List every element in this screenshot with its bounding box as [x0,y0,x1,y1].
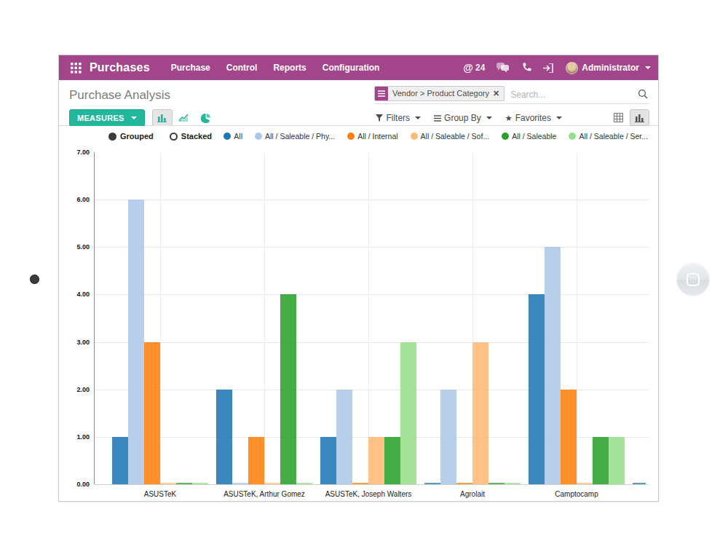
chart-legend: AllAll / Saleable / Phy...All / Internal… [223,132,648,141]
user-menu[interactable]: Administrator [566,62,651,74]
user-avatar [566,62,578,74]
legend-item[interactable]: All / Internal [347,132,397,141]
search-bar[interactable]: Vendor > Product Category ✕ [374,86,649,104]
nav-item-purchase[interactable]: Purchase [163,55,218,80]
app-brand-title[interactable]: Purchases [90,61,150,74]
chat-bubbles-icon[interactable] [496,63,510,73]
bar [296,483,312,484]
chevron-down-icon [556,117,562,119]
nav-item-control[interactable]: Control [218,55,266,80]
bar [128,200,144,484]
y-axis-tick: 7.00 [60,149,90,156]
v-gridline [264,152,265,484]
legend-label: All / Saleable / Phy... [265,132,335,141]
search-facet[interactable]: Vendor > Product Category ✕ [374,86,505,101]
view-switcher [609,109,649,126]
y-axis-tick: 6.00 [60,196,90,203]
bar [593,437,609,484]
group-by-menu[interactable]: Group By [434,113,492,123]
nav-item-configuration[interactable]: Configuration [314,55,388,80]
search-input[interactable] [505,87,649,101]
legend-item[interactable]: All / Saleable / Sof... [411,132,490,141]
filter-funnel-icon [376,114,383,122]
graph-view: Grouped Stacked AllAll / Saleable / Phy.… [59,126,658,501]
h-gridline [95,247,649,248]
x-axis-label: ASUSTeK, Joseph Walters [310,490,427,498]
main-navbar: Purchases PurchaseControlReportsConfigur… [59,55,658,80]
chevron-down-icon [415,117,421,119]
legend-label: All / Internal [357,132,397,141]
bar [232,483,248,484]
sign-in-icon[interactable] [543,63,554,73]
x-axis-label: Camptocamp [518,490,635,498]
legend-item[interactable]: All / Saleable / Ser... [569,132,648,141]
favorites-menu[interactable]: ★ Favorites [505,113,562,123]
bar [352,483,368,484]
bar [545,247,561,484]
bar [561,390,577,484]
home-button-square-icon [687,273,700,286]
star-icon: ★ [505,114,513,123]
legend-item[interactable]: All [223,132,242,141]
grid-icon [614,113,623,122]
measures-button[interactable]: MEASURES [69,109,145,127]
y-axis-tick: 0.00 [60,481,90,488]
camera-dot [30,275,39,284]
pivot-view-button[interactable] [609,109,628,126]
chevron-down-icon [131,117,137,119]
bar [384,437,400,484]
bar [176,483,192,484]
home-button[interactable] [677,264,709,296]
facet-close-icon[interactable]: ✕ [492,87,504,100]
partial-group-bar [633,483,646,484]
user-name: Administrator [582,63,639,73]
group-by-lines-icon [434,115,441,122]
legend-dot-icon [411,133,418,140]
grouped-radio[interactable]: Grouped [108,132,154,141]
stacked-radio[interactable]: Stacked [170,132,212,141]
legend-label: All / Saleable / Sof... [421,132,490,141]
line-chart-type-button[interactable] [174,109,194,127]
search-options: Filters Group By ★ Favorites [376,113,562,123]
bar [456,483,472,484]
legend-label: All / Saleable / Ser... [579,132,648,141]
radio-selected-icon [108,133,116,141]
bar-chart-icon [635,114,645,122]
bar [472,342,488,484]
x-axis-label: ASUSTeK [102,490,218,498]
v-gridline [577,152,577,484]
h-gridline [95,200,649,200]
bar [280,294,296,484]
phone-icon[interactable] [521,63,531,73]
plot-area-wrap: ASUSTeKASUSTeK, Arthur GomezASUSTeK, Jos… [59,145,658,501]
bar [216,390,232,484]
bar-chart-type-button[interactable] [152,109,173,127]
at-icon: @ [463,62,473,74]
chevron-down-icon [486,117,492,119]
facet-list-icon [375,87,388,100]
y-axis-tick: 3.00 [60,339,90,346]
bar [192,483,208,484]
legend-label: All [234,132,242,141]
pie-chart-type-button[interactable] [196,109,216,127]
legend-item[interactable]: All / Saleable [502,132,556,141]
bar [160,483,176,484]
bar [144,342,160,484]
messages-counter[interactable]: @ 24 [463,62,485,74]
filters-menu[interactable]: Filters [376,113,421,123]
bar [440,390,456,484]
legend-dot-icon [347,133,355,140]
legend-item[interactable]: All / Saleable / Phy... [255,132,335,141]
apps-grid-icon[interactable] [66,58,85,77]
app-window: Purchases PurchaseControlReportsConfigur… [58,55,659,502]
bar [264,483,280,484]
legend-dot-icon [502,133,509,140]
legend-dot-icon [223,133,231,140]
graph-view-button[interactable] [630,109,649,126]
chart-mode-radios: Grouped Stacked [108,132,212,141]
bar [320,437,336,484]
facet-label: Vendor > Product Category [388,87,492,100]
search-icon[interactable] [638,89,648,102]
nav-item-reports[interactable]: Reports [265,55,314,80]
x-axis-label: Agrolait [414,490,531,498]
